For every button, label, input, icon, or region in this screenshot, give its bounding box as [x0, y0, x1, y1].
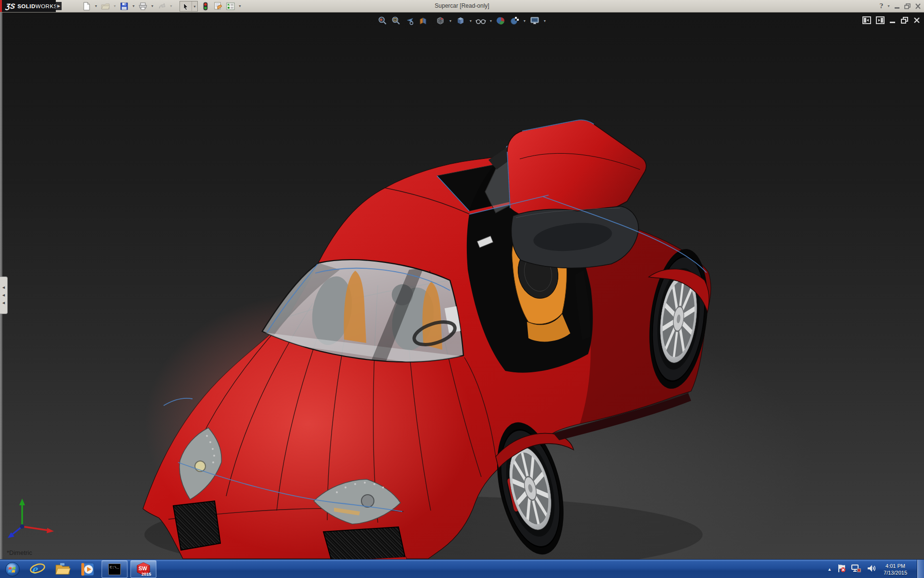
collapse-arrow-icon: ◀ [2, 286, 5, 289]
pane-toggle-left-icon[interactable] [862, 16, 871, 24]
solidworks-logo-glyph: ƷS [5, 2, 16, 10]
hide-show-items-dropdown[interactable]: ▼ [488, 19, 493, 23]
windows-taskbar: e C:\_ [0, 559, 924, 578]
save-icon[interactable] [118, 1, 130, 12]
options-icon[interactable] [225, 1, 236, 12]
select-cursor-icon[interactable] [180, 1, 192, 12]
solidworks-logo: ƷS SOLIDWORKS [2, 0, 56, 12]
file-explorer-button[interactable] [50, 560, 75, 578]
section-view-icon[interactable] [417, 15, 429, 26]
open-icon[interactable] [100, 1, 111, 12]
collapse-arrow-icon: ◀ [2, 301, 5, 305]
standard-toolbar: ▼ ▼ ▼ ▼ ▼ ▼ ▼ [81, 0, 243, 12]
new-document-dropdown[interactable]: ▼ [93, 1, 99, 12]
view-settings-icon[interactable] [529, 15, 540, 26]
doc-restore-icon[interactable] [901, 17, 909, 24]
app-minimize-icon[interactable] [894, 3, 900, 9]
document-window-controls [862, 16, 920, 24]
clock-time: 4:01 PM [884, 563, 907, 569]
select-dropdown[interactable]: ▼ [192, 1, 197, 12]
view-orientation-label: *Dimetric [7, 549, 32, 556]
menu-expander-icon[interactable]: ▶ [56, 2, 62, 10]
view-orientation-dropdown[interactable]: ▼ [448, 19, 453, 23]
left-grille [173, 501, 220, 550]
app-window-controls: ? ▼ [879, 0, 921, 12]
save-dropdown[interactable]: ▼ [131, 1, 136, 12]
clock-date: 7/13/2015 [884, 569, 907, 576]
brand-light: WORKS [36, 3, 58, 9]
command-prompt-button[interactable]: C:\_ [102, 560, 128, 578]
apply-scene-icon[interactable] [509, 15, 520, 26]
app-close-icon[interactable] [915, 3, 921, 9]
model-supercar[interactable] [0, 0, 924, 578]
display-style-dropdown[interactable]: ▼ [468, 19, 473, 23]
edit-appearance-icon[interactable] [495, 15, 507, 26]
title-bar: ƷS SOLIDWORKS ▶ Supercar [Read-only] ▼ ▼… [0, 0, 924, 13]
app-restore-icon[interactable] [904, 3, 911, 9]
options-dropdown[interactable]: ▼ [237, 1, 243, 12]
display-style-icon[interactable] [455, 15, 466, 26]
show-hidden-icons[interactable]: ▲ [827, 567, 832, 572]
system-tray: ▲ 4:01 PM 7/13/2015 [827, 560, 924, 578]
zoom-to-area-icon[interactable] [390, 15, 402, 26]
network-disconnected-icon[interactable] [851, 564, 861, 575]
internet-explorer-button[interactable]: e [25, 560, 50, 578]
doc-close-icon[interactable] [913, 17, 920, 24]
start-button[interactable] [0, 560, 25, 578]
undo-dropdown[interactable]: ▼ [168, 1, 174, 12]
doc-minimize-icon[interactable] [889, 17, 896, 24]
volume-icon[interactable] [866, 564, 877, 575]
sw-cube-letters: SW [139, 565, 147, 571]
action-center-icon[interactable] [836, 564, 846, 575]
graphics-area[interactable]: ▼ ▼ ▼ ▼ ▼ ◀ ◀ ◀ [0, 13, 924, 559]
show-desktop-button[interactable] [917, 560, 924, 578]
zoom-to-fit-icon[interactable] [377, 15, 388, 26]
view-orientation-icon[interactable] [435, 15, 446, 26]
undo-icon[interactable] [156, 1, 167, 12]
collapse-arrow-icon: ◀ [2, 293, 5, 297]
solidworks-2015-button[interactable]: SW 2015 [130, 560, 156, 578]
sw-year: 2015 [141, 572, 151, 577]
apply-scene-dropdown[interactable]: ▼ [522, 19, 527, 23]
pane-toggle-right-icon[interactable] [876, 16, 885, 24]
file-properties-icon[interactable] [212, 1, 224, 12]
open-dropdown[interactable]: ▼ [112, 1, 117, 12]
rebuild-icon[interactable] [200, 1, 211, 12]
view-settings-dropdown[interactable]: ▼ [542, 19, 547, 23]
help-dropdown[interactable]: ▼ [887, 4, 890, 8]
brand-bold: SOLID [17, 3, 36, 9]
taskbar-apps: e C:\_ [0, 560, 158, 578]
right-grille [323, 527, 405, 563]
headsup-view-toolbar: ▼ ▼ ▼ ▼ ▼ [377, 15, 547, 26]
print-icon[interactable] [137, 1, 149, 12]
previous-view-icon[interactable] [404, 15, 415, 26]
feature-manager-collapsed-tab[interactable]: ◀ ◀ ◀ [0, 276, 8, 314]
media-player-button[interactable] [75, 560, 100, 578]
print-dropdown[interactable]: ▼ [150, 1, 155, 12]
select-tool: ▼ [180, 1, 198, 12]
command-prompt-icon: C:\_ [108, 564, 121, 575]
new-document-icon[interactable] [81, 1, 92, 12]
help-icon[interactable]: ? [879, 2, 883, 10]
hide-show-items-icon[interactable] [475, 15, 487, 26]
reference-triad [6, 497, 59, 540]
taskbar-clock[interactable]: 4:01 PM 7/13/2015 [884, 563, 907, 576]
